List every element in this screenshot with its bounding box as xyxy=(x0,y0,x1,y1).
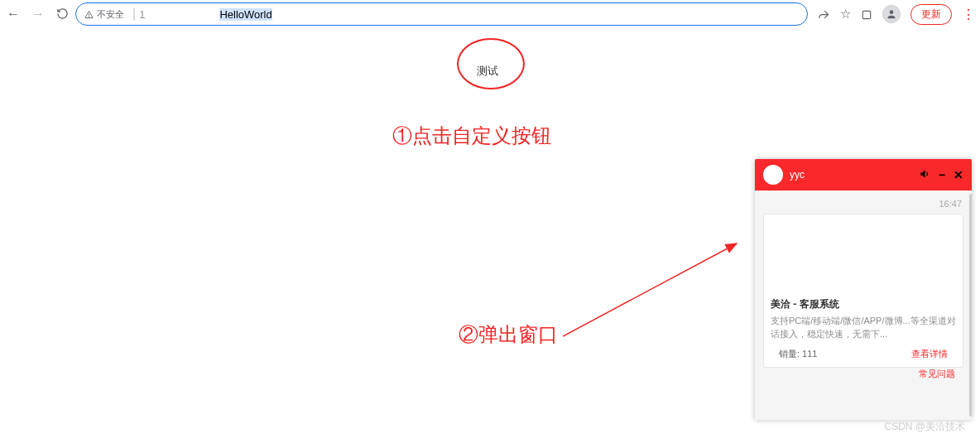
chat-card-footer: 销量: 111 查看详情 xyxy=(771,341,956,360)
annotation-arrow xyxy=(563,239,745,338)
chat-body: 16:47 美洽 - 客服系统 支持PC端/移动端/微信/APP/微博...等全… xyxy=(755,191,972,420)
chat-header: yyc − ✕ xyxy=(755,159,972,191)
svg-rect-2 xyxy=(862,11,870,18)
chat-widget: yyc − ✕ 16:47 美洽 - 客服系统 支持PC端/移动端/微信/APP… xyxy=(755,159,972,420)
chat-card[interactable]: 美洽 - 客服系统 支持PC端/移动端/微信/APP/微博...等全渠道对话接入… xyxy=(763,214,963,368)
chat-sales-label: 销量: 111 xyxy=(779,348,817,360)
minimize-icon[interactable]: − xyxy=(939,168,945,181)
nav-icons: ← → xyxy=(7,7,69,21)
sound-icon[interactable] xyxy=(919,168,930,182)
browser-toolbar: ← → 不安全 | 1 HelloWorld ☆ 更新 ⋮ xyxy=(0,0,980,28)
menu-dots-icon[interactable]: ⋮ xyxy=(962,7,975,22)
reload-icon[interactable] xyxy=(56,7,69,21)
view-detail-link[interactable]: 查看详情 xyxy=(911,348,948,360)
addr-separator: | xyxy=(132,7,136,22)
extensions-icon[interactable] xyxy=(861,7,872,22)
forward-icon: → xyxy=(31,7,45,21)
not-secure-label: 不安全 xyxy=(84,8,124,21)
close-icon[interactable]: ✕ xyxy=(954,168,963,181)
annotation-step-2: ②弹出窗口 xyxy=(459,321,558,348)
profile-avatar-icon[interactable] xyxy=(882,5,901,23)
watermark: CSDN @美洽技术 xyxy=(884,420,965,434)
chat-timestamp: 16:47 xyxy=(763,199,963,209)
annotation-step-1: ①点击自定义按钮 xyxy=(392,123,551,149)
svg-point-3 xyxy=(890,10,894,14)
faq-link[interactable]: 常见问题 xyxy=(763,368,963,385)
address-bar[interactable]: 不安全 | 1 HelloWorld xyxy=(75,2,808,26)
back-icon[interactable]: ← xyxy=(7,7,20,21)
update-button[interactable]: 更新 xyxy=(910,4,952,25)
chat-card-desc: 支持PC端/移动端/微信/APP/微博...等全渠道对话接入，稳定快速，无需下.… xyxy=(771,315,956,341)
toolbar-right: ☆ 更新 ⋮ xyxy=(814,4,975,25)
agent-avatar xyxy=(763,165,783,185)
test-button[interactable]: 测试 xyxy=(477,64,498,79)
addr-url-prefix: 1 xyxy=(139,8,145,21)
not-secure-text: 不安全 xyxy=(97,8,124,21)
addr-url-selected: HelloWorld xyxy=(219,8,271,21)
agent-name: yyc xyxy=(790,169,805,181)
share-icon[interactable] xyxy=(818,7,830,22)
bookmark-star-icon[interactable]: ☆ xyxy=(840,7,851,22)
chat-header-icons: − ✕ xyxy=(919,168,963,182)
svg-line-5 xyxy=(563,244,737,336)
svg-point-1 xyxy=(89,16,89,17)
chat-scrollbar[interactable] xyxy=(969,194,972,417)
chat-card-title: 美洽 - 客服系统 xyxy=(771,297,956,311)
page-content: 测试 ①点击自定义按钮 ②弹出窗口 yyc − ✕ 16:47 美洽 - 客服系… xyxy=(0,28,980,439)
